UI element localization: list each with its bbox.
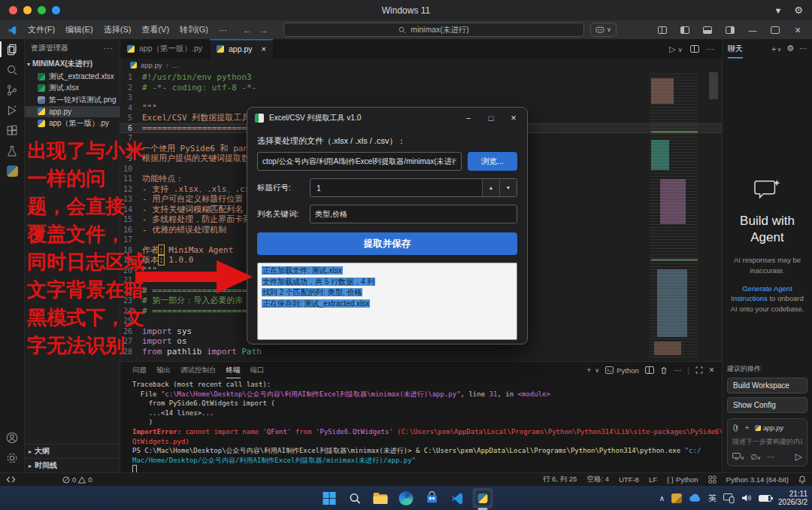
spin-up-icon[interactable]: ▲ bbox=[482, 179, 499, 196]
code-line-28[interactable]: 28from pathlib import Path bbox=[120, 347, 722, 357]
terminal-output[interactable]: Traceback (most recent call last): File … bbox=[120, 378, 722, 472]
command-search-box[interactable]: minimax(未进行) bbox=[283, 23, 584, 37]
code-line-3[interactable]: 3 bbox=[120, 93, 722, 103]
tray-app-icon[interactable] bbox=[671, 493, 682, 503]
network-display-icon[interactable] bbox=[723, 493, 735, 503]
minimap[interactable] bbox=[650, 74, 704, 358]
browse-button[interactable]: 浏览... bbox=[468, 152, 517, 171]
maximize-panel-icon[interactable] bbox=[695, 366, 703, 374]
dialog-log-area[interactable]: 正在加载文件: 测试.xlsx文件加载成功，共 5 行数据，4 列找到 2 个匹… bbox=[257, 263, 517, 340]
edge-browser-button[interactable] bbox=[396, 488, 417, 508]
header-row-spinner[interactable]: 1 ▲ ▼ bbox=[310, 178, 517, 197]
python-interpreter[interactable]: Python 3.14 (64-bit) bbox=[726, 475, 789, 484]
breadcrumb[interactable]: app.py › … bbox=[120, 59, 722, 71]
encoding[interactable]: UTF-8 bbox=[619, 475, 639, 484]
taskbar-search-button[interactable] bbox=[345, 488, 365, 508]
close-panel-icon[interactable]: × bbox=[709, 365, 714, 375]
editor-scrollbar[interactable] bbox=[709, 72, 718, 99]
python-app-taskbar-button[interactable] bbox=[473, 488, 493, 508]
language-mode[interactable]: { }Python bbox=[667, 475, 698, 484]
mode-picker-icon[interactable]: ∨ bbox=[732, 453, 744, 461]
tray-clock[interactable]: 21:112026/3/2 bbox=[778, 490, 807, 507]
menu-goto[interactable]: 转到(G) bbox=[174, 24, 214, 35]
model-picker-icon[interactable]: ∅∨ bbox=[750, 453, 761, 461]
vscode-taskbar-button[interactable] bbox=[447, 488, 468, 508]
ime-indicator[interactable]: 英 bbox=[708, 493, 717, 504]
back-arrow-icon[interactable]: ← bbox=[243, 25, 252, 35]
minimize-button[interactable]: — bbox=[743, 23, 762, 38]
terminal-shell-label[interactable]: Python bbox=[605, 366, 639, 375]
menu-file[interactable]: 文件(F) bbox=[23, 24, 60, 35]
chat-more-icon[interactable]: ··· bbox=[799, 44, 807, 53]
code-line-2[interactable]: 2# -*- coding: utf-8 -*- bbox=[120, 83, 722, 93]
testing-icon[interactable] bbox=[0, 141, 25, 161]
customize-layout-icon[interactable] bbox=[653, 23, 672, 38]
attach-paperclip-icon[interactable] bbox=[732, 423, 739, 432]
cursor-position[interactable]: 行 6, 列 25 bbox=[543, 475, 577, 484]
environment-grid-icon[interactable] bbox=[708, 475, 717, 484]
close-button[interactable]: × bbox=[788, 23, 807, 38]
battery-icon[interactable] bbox=[759, 495, 771, 502]
forward-arrow-icon[interactable]: → bbox=[259, 25, 268, 35]
workspace-root-folder[interactable]: ▾ MINIMAX(未进行) bbox=[25, 57, 120, 71]
menu-view[interactable]: 查看(V) bbox=[136, 24, 174, 35]
gear-icon[interactable]: ⚙ bbox=[794, 5, 803, 16]
file-path-input[interactable] bbox=[257, 152, 462, 171]
microsoft-store-button[interactable] bbox=[422, 488, 442, 508]
outline-section[interactable]: ▸大纲 bbox=[25, 444, 120, 458]
search-sidebar-icon[interactable] bbox=[0, 59, 25, 80]
code-line-1[interactable]: 1#!/usr/bin/env python3 bbox=[120, 72, 722, 83]
remote-indicator-icon[interactable] bbox=[6, 475, 16, 484]
build-workspace-button[interactable]: Build Workspace bbox=[727, 378, 807, 393]
dialog-titlebar[interactable]: Excel/CSV 列提取工具 v1.0 − □ × bbox=[247, 108, 527, 128]
file-row[interactable]: app（第一版）.py bbox=[25, 117, 120, 129]
source-control-icon[interactable] bbox=[0, 80, 25, 100]
toggle-panel-icon[interactable] bbox=[698, 23, 717, 38]
show-config-button[interactable]: Show Config bbox=[727, 397, 807, 413]
start-button[interactable] bbox=[320, 488, 340, 508]
eol[interactable]: LF bbox=[649, 475, 657, 484]
add-context-icon[interactable]: ＋ bbox=[744, 423, 750, 433]
close-tab-icon[interactable]: × bbox=[262, 44, 266, 53]
extract-save-button[interactable]: 提取并保存 bbox=[257, 232, 517, 255]
timeline-section[interactable]: ▸时间线 bbox=[25, 458, 120, 472]
account-icon[interactable] bbox=[0, 427, 25, 448]
extensions-icon[interactable] bbox=[0, 120, 25, 141]
dialog-maximize-button[interactable]: □ bbox=[480, 109, 502, 126]
menu-selection[interactable]: 选择(S) bbox=[98, 24, 137, 35]
toggle-sidebar-icon[interactable] bbox=[675, 23, 695, 38]
indentation[interactable]: 空格: 4 bbox=[586, 475, 609, 484]
panel-tab-ports[interactable]: 端口 bbox=[250, 363, 265, 378]
tab-app-v1[interactable]: app（第一版）.py bbox=[120, 39, 210, 59]
toggle-secondary-sidebar-icon[interactable] bbox=[720, 23, 740, 38]
panel-tab-output[interactable]: 输出 bbox=[156, 363, 171, 378]
tray-chevron-icon[interactable]: ∧ bbox=[659, 494, 665, 502]
tab-app-py[interactable]: app.py × bbox=[210, 39, 274, 59]
editor-more-icon[interactable]: ··· bbox=[707, 44, 715, 53]
context-file-chip[interactable]: app.py bbox=[755, 424, 783, 432]
panel-tab-problems[interactable]: 问题 bbox=[132, 363, 147, 378]
chat-input-more-icon[interactable]: ··· bbox=[767, 453, 774, 461]
file-row[interactable]: 测试.xlsx bbox=[25, 83, 120, 95]
split-terminal-icon[interactable] bbox=[645, 366, 654, 374]
new-terminal-button[interactable]: ＋ ∨ bbox=[585, 365, 599, 375]
restore-button[interactable] bbox=[765, 23, 785, 38]
explorer-icon[interactable] bbox=[0, 39, 25, 59]
problems-status[interactable]: 0 0 bbox=[62, 475, 92, 484]
copilot-button[interactable]: ∨ bbox=[590, 23, 617, 37]
settings-gear-icon[interactable] bbox=[0, 448, 25, 468]
keywords-input[interactable] bbox=[310, 205, 517, 223]
send-icon[interactable]: ▷ bbox=[795, 451, 802, 462]
bell-icon[interactable] bbox=[798, 475, 806, 484]
split-editor-icon[interactable] bbox=[690, 45, 699, 53]
chat-tab[interactable]: 聊天 bbox=[728, 41, 743, 57]
file-row[interactable]: 第一轮对话测试.png bbox=[25, 94, 120, 106]
panel-tab-debug[interactable]: 调试控制台 bbox=[180, 363, 217, 378]
run-debug-icon[interactable] bbox=[0, 100, 25, 120]
new-chat-icon[interactable]: ＋∨ bbox=[770, 44, 781, 54]
onedrive-cloud-icon[interactable] bbox=[689, 493, 701, 502]
python-extension-icon[interactable] bbox=[0, 161, 25, 181]
panel-tab-terminal[interactable]: 终端 bbox=[226, 363, 241, 378]
run-python-button[interactable]: ▷ ∨ bbox=[669, 44, 682, 54]
menu-edit[interactable]: 编辑(E) bbox=[60, 24, 98, 35]
